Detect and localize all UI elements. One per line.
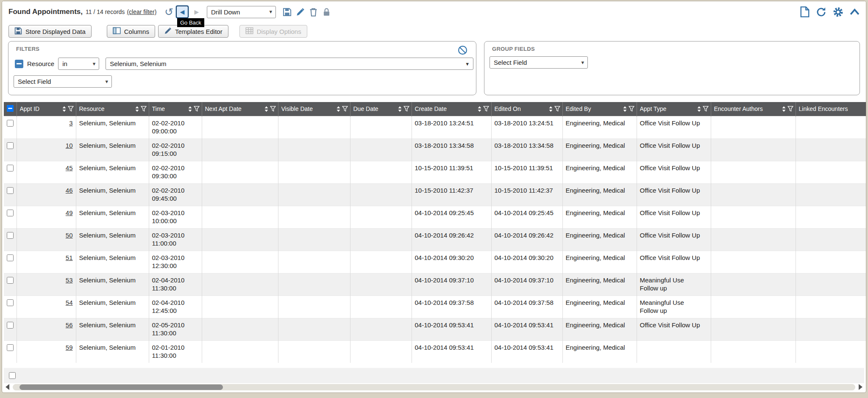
drill-down-select[interactable]: Drill Down [207,6,276,18]
cell-edited-on: 04-10-2014 09:53:41 [491,340,562,363]
horizontal-scrollbar[interactable] [6,383,862,391]
appt-id-link[interactable]: 56 [66,321,73,329]
go-back-button[interactable]: ◀ [176,6,189,18]
column-header-time[interactable]: Time [149,102,202,116]
templates-editor-label: Templates Editor [175,28,223,35]
column-header-edited-on[interactable]: Edited On [491,102,562,116]
refresh-icon[interactable] [816,7,826,17]
lock-icon[interactable] [322,8,331,17]
sort-icon[interactable] [782,106,786,112]
operator-select[interactable]: in [58,58,99,70]
row-checkbox[interactable] [7,142,14,149]
sort-icon[interactable] [336,106,341,112]
appt-id-link[interactable]: 50 [66,232,73,239]
row-checkbox[interactable] [7,254,14,261]
row-checkbox[interactable] [7,165,14,171]
cell-create-date: 04-10-2014 09:53:41 [412,318,491,340]
filter-icon[interactable] [629,106,634,112]
cell-encounter-authors [711,138,796,161]
row-checkbox[interactable] [7,344,14,351]
appt-id-link[interactable]: 54 [66,299,73,306]
filter-condition-icon[interactable] [15,60,23,68]
row-checkbox[interactable] [7,299,14,306]
filter-icon[interactable] [342,106,348,112]
scroll-track[interactable] [13,384,855,390]
sort-icon[interactable] [135,106,139,112]
cell-time: 02-03-2010 11:00:00 [149,228,202,251]
sort-icon[interactable] [398,106,402,112]
table-row: 45Selenium, Selenium02-02-2010 09:30:001… [4,161,866,183]
select-field-dropdown[interactable]: Select Field [14,75,112,88]
top-bar: Found Appointments, 11 / 14 records (cle… [2,1,866,22]
column-header-appt-type[interactable]: Appt Type [637,102,711,116]
column-header-create-date[interactable]: Create Date [412,102,491,116]
scroll-left-icon[interactable] [6,384,9,390]
collapse-icon[interactable] [850,8,860,15]
cell-encounter-authors [711,228,796,251]
sort-icon[interactable] [697,106,701,112]
scroll-thumb[interactable] [19,384,223,390]
row-checkbox[interactable] [7,210,14,216]
select-all-checkbox[interactable] [7,105,14,112]
column-header-edited-by[interactable]: Edited By [562,102,637,116]
filter-icon[interactable] [68,106,74,112]
sort-icon[interactable] [62,106,67,112]
filter-icon[interactable] [194,106,200,112]
group-select-field-dropdown[interactable]: Select Field [490,56,588,69]
new-document-icon[interactable] [800,6,810,17]
appt-id-link[interactable]: 59 [66,344,73,351]
sort-icon[interactable] [264,106,269,112]
undo-icon[interactable]: ↺ [164,7,173,17]
edit-icon[interactable] [296,8,305,17]
scroll-right-icon[interactable] [859,384,862,390]
clear-filter-link[interactable]: (clear filter) [127,8,156,15]
row-checkbox[interactable] [7,232,14,239]
cell-linked-encounters [796,228,866,251]
cell-create-date: 10-15-2010 11:39:51 [412,161,491,183]
sort-icon[interactable] [188,106,192,112]
appt-id-link[interactable]: 3 [69,119,72,127]
pencil-icon [164,27,172,36]
appt-id-link[interactable]: 46 [66,187,73,194]
row-checkbox[interactable] [7,120,14,127]
column-header-linked-encounters[interactable]: Linked Encounters [796,102,866,116]
filter-icon[interactable] [703,106,709,112]
columns-button[interactable]: Columns [107,25,155,38]
row-select-cell [4,273,17,296]
save-icon[interactable] [283,8,292,17]
appt-id-link[interactable]: 10 [66,142,73,149]
appt-id-link[interactable]: 51 [66,254,73,261]
column-header-appt-id[interactable]: Appt ID [17,102,76,116]
cell-encounter-authors [711,183,796,206]
appt-id-link[interactable]: 49 [66,209,73,216]
store-displayed-data-button[interactable]: Store Displayed Data [8,25,92,38]
column-header-due-date[interactable]: Due Date [350,102,412,116]
row-checkbox[interactable] [7,277,14,284]
appt-id-link[interactable]: 53 [66,276,73,284]
cell-next-apt-date [202,296,278,318]
delete-icon[interactable] [309,8,318,17]
row-checkbox[interactable] [9,372,16,379]
row-checkbox[interactable] [7,322,14,329]
gear-icon[interactable] [833,7,843,17]
sort-icon[interactable] [477,106,482,112]
filter-icon[interactable] [554,106,560,112]
column-header-visible-date[interactable]: Visible Date [278,102,350,116]
column-header-next-apt-date[interactable]: Next Apt Date [202,102,278,116]
filter-icon[interactable] [787,106,793,112]
column-header-encounter-authors[interactable]: Encounter Authors [711,102,796,116]
sort-icon[interactable] [623,106,627,112]
appt-id-link[interactable]: 45 [66,164,73,171]
filter-value-combobox[interactable]: Selenium, Selenium [106,58,473,70]
cell-time: 02-05-2010 11:30:00 [149,318,202,340]
sort-icon[interactable] [548,106,553,112]
filter-icon[interactable] [141,106,147,112]
clear-filters-icon[interactable] [458,45,467,55]
go-forward-icon[interactable]: ▶ [192,8,202,15]
filter-icon[interactable] [403,106,409,112]
filter-icon[interactable] [270,106,276,112]
filter-icon[interactable] [483,106,489,112]
row-checkbox[interactable] [7,187,14,194]
column-header-resource[interactable]: Resource [76,102,149,116]
display-options-button[interactable]: Display Options [239,25,307,38]
